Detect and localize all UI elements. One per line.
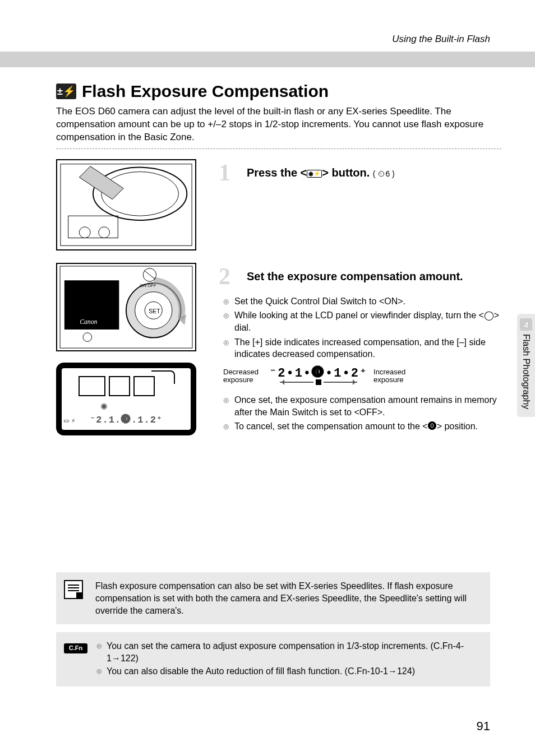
bullet-item: The [+] side indicates increased compens… [227,336,501,360]
bullet-item: To cancel, set the compensation amount t… [227,420,501,433]
divider [56,149,501,149]
scale-numbers: ⁻2•1•⓿•1•2⁺ [269,367,368,381]
arrow-right-icon [324,380,357,384]
cfn-item: You can also disable the Auto reduction … [98,665,481,678]
footer-notes: Flash exposure compensation can also be … [56,572,490,694]
step-1-title: Press the <◉⚡> button. ( ⏲6 ) [247,166,395,179]
cfn-badge-icon: C.Fn [64,641,83,660]
chapter-tab: 4 Flash Photography [517,314,535,417]
svg-text:ON  OFF: ON OFF [140,283,156,288]
cfn-item: You can set the camera to adjust exposur… [98,640,481,664]
flash-button-icon: ◉⚡ [307,170,322,178]
step-2-title: Set the exposure compensation amount. [247,270,463,283]
svg-point-5 [99,227,110,238]
section-title-text: Flash Exposure Compensation [82,82,329,101]
step-1-header: 1 Press the <◉⚡> button. ( ⏲6 ) [219,159,501,186]
step-2-number: 2 [219,263,241,290]
step-2-bullets-a: Set the Quick Control Dial Switch to <ON… [219,295,501,360]
increased-label: Increased exposure [373,368,414,384]
lcd-scale-text: ⁻2.1.⓿.1.2⁺ [90,414,163,425]
bullet-item: Set the Quick Control Dial Switch to <ON… [227,295,501,308]
step-2-row: Canon SET ON OFF [56,263,501,435]
svg-text:SET: SET [149,308,160,314]
svg-rect-3 [68,216,118,238]
timer-indicator: ( ⏲6 ) [373,169,395,178]
bullet-item: Once set, the exposure compensation amou… [227,394,501,418]
scale-marker-icon [316,379,321,385]
svg-point-4 [79,227,90,238]
step-2-bullets-b: Once set, the exposure compensation amou… [219,394,501,433]
svg-text:Canon: Canon [80,318,97,326]
header-band [0,52,535,67]
step-1-number: 1 [219,159,241,186]
figure-camera-top [56,159,196,251]
figure-lcd-panel: ◉ ▭⚡ ⁻2.1.⓿.1.2⁺ [56,363,196,435]
flash-comp-icon: ±⚡ [56,84,76,99]
cfn-note: C.Fn You can set the camera to adjust ex… [56,632,490,687]
chapter-number: 4 [520,318,532,331]
step-1-row: 1 Press the <◉⚡> button. ( ⏲6 ) [56,159,501,251]
page-number: 91 [477,719,490,734]
section-intro: The EOS D60 camera can adjust the level … [56,105,501,144]
chapter-title: Flash Photography [521,334,531,409]
svg-point-17 [83,333,92,342]
breadcrumb: Using the Built-in Flash [56,34,501,45]
svg-line-15 [144,271,155,280]
decreased-label: Decreased exposure [223,368,264,384]
info-note-text: Flash exposure compensation can also be … [95,581,467,615]
info-note: Flash exposure compensation can also be … [56,572,490,624]
exposure-scale-diagram: Decreased exposure ⁻2•1•⓿•1•2⁺ Increased… [219,367,501,385]
arrow-left-icon [280,380,313,384]
bullet-item: While looking at the LCD panel or viewfi… [227,309,501,333]
info-note-icon [64,580,83,599]
section-title: ±⚡ Flash Exposure Compensation [56,82,501,101]
step-2-header: 2 Set the exposure compensation amount. [219,263,501,290]
figure-camera-back: Canon SET ON OFF [56,263,196,351]
